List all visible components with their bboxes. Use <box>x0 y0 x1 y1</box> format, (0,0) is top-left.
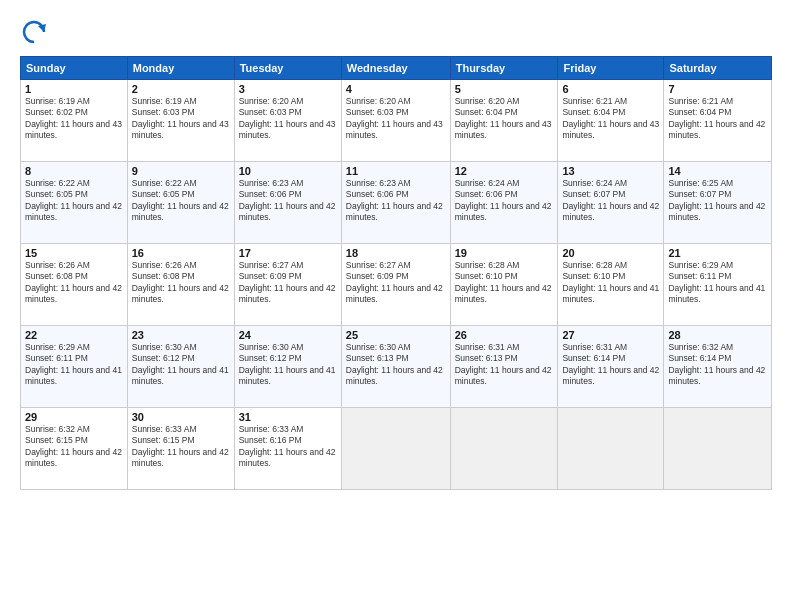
calendar-cell: 1 Sunrise: 6:19 AMSunset: 6:02 PMDayligh… <box>21 80 128 162</box>
day-number: 8 <box>25 165 123 177</box>
day-number: 18 <box>346 247 446 259</box>
day-number: 28 <box>668 329 767 341</box>
day-detail: Sunrise: 6:20 AMSunset: 6:03 PMDaylight:… <box>239 96 337 142</box>
day-number: 20 <box>562 247 659 259</box>
calendar-cell: 22 Sunrise: 6:29 AMSunset: 6:11 PMDaylig… <box>21 326 128 408</box>
day-number: 9 <box>132 165 230 177</box>
calendar-week-2: 8 Sunrise: 6:22 AMSunset: 6:05 PMDayligh… <box>21 162 772 244</box>
calendar-cell <box>558 408 664 490</box>
day-number: 4 <box>346 83 446 95</box>
day-number: 17 <box>239 247 337 259</box>
calendar-cell: 4 Sunrise: 6:20 AMSunset: 6:03 PMDayligh… <box>341 80 450 162</box>
calendar-header-row: SundayMondayTuesdayWednesdayThursdayFrid… <box>21 57 772 80</box>
calendar-cell: 19 Sunrise: 6:28 AMSunset: 6:10 PMDaylig… <box>450 244 558 326</box>
day-detail: Sunrise: 6:33 AMSunset: 6:15 PMDaylight:… <box>132 424 230 470</box>
day-number: 15 <box>25 247 123 259</box>
calendar-header-saturday: Saturday <box>664 57 772 80</box>
calendar-cell <box>341 408 450 490</box>
calendar-header-sunday: Sunday <box>21 57 128 80</box>
calendar-week-3: 15 Sunrise: 6:26 AMSunset: 6:08 PMDaylig… <box>21 244 772 326</box>
calendar-cell <box>664 408 772 490</box>
day-number: 3 <box>239 83 337 95</box>
day-detail: Sunrise: 6:31 AMSunset: 6:13 PMDaylight:… <box>455 342 554 388</box>
calendar-week-4: 22 Sunrise: 6:29 AMSunset: 6:11 PMDaylig… <box>21 326 772 408</box>
calendar-cell: 5 Sunrise: 6:20 AMSunset: 6:04 PMDayligh… <box>450 80 558 162</box>
day-detail: Sunrise: 6:30 AMSunset: 6:13 PMDaylight:… <box>346 342 446 388</box>
calendar-cell: 25 Sunrise: 6:30 AMSunset: 6:13 PMDaylig… <box>341 326 450 408</box>
calendar-cell: 27 Sunrise: 6:31 AMSunset: 6:14 PMDaylig… <box>558 326 664 408</box>
day-number: 2 <box>132 83 230 95</box>
day-detail: Sunrise: 6:27 AMSunset: 6:09 PMDaylight:… <box>346 260 446 306</box>
day-number: 14 <box>668 165 767 177</box>
day-number: 12 <box>455 165 554 177</box>
calendar-cell: 13 Sunrise: 6:24 AMSunset: 6:07 PMDaylig… <box>558 162 664 244</box>
logo <box>20 18 50 46</box>
day-number: 11 <box>346 165 446 177</box>
day-detail: Sunrise: 6:32 AMSunset: 6:14 PMDaylight:… <box>668 342 767 388</box>
day-number: 22 <box>25 329 123 341</box>
calendar-header-thursday: Thursday <box>450 57 558 80</box>
day-number: 30 <box>132 411 230 423</box>
calendar-cell: 8 Sunrise: 6:22 AMSunset: 6:05 PMDayligh… <box>21 162 128 244</box>
calendar-cell: 26 Sunrise: 6:31 AMSunset: 6:13 PMDaylig… <box>450 326 558 408</box>
calendar-table: SundayMondayTuesdayWednesdayThursdayFrid… <box>20 56 772 490</box>
day-detail: Sunrise: 6:30 AMSunset: 6:12 PMDaylight:… <box>132 342 230 388</box>
calendar-cell <box>450 408 558 490</box>
calendar-header-wednesday: Wednesday <box>341 57 450 80</box>
day-detail: Sunrise: 6:22 AMSunset: 6:05 PMDaylight:… <box>25 178 123 224</box>
day-number: 21 <box>668 247 767 259</box>
day-detail: Sunrise: 6:25 AMSunset: 6:07 PMDaylight:… <box>668 178 767 224</box>
day-detail: Sunrise: 6:28 AMSunset: 6:10 PMDaylight:… <box>455 260 554 306</box>
day-detail: Sunrise: 6:21 AMSunset: 6:04 PMDaylight:… <box>562 96 659 142</box>
calendar-header-tuesday: Tuesday <box>234 57 341 80</box>
calendar-cell: 2 Sunrise: 6:19 AMSunset: 6:03 PMDayligh… <box>127 80 234 162</box>
day-detail: Sunrise: 6:21 AMSunset: 6:04 PMDaylight:… <box>668 96 767 142</box>
calendar-cell: 16 Sunrise: 6:26 AMSunset: 6:08 PMDaylig… <box>127 244 234 326</box>
calendar-cell: 10 Sunrise: 6:23 AMSunset: 6:06 PMDaylig… <box>234 162 341 244</box>
day-number: 1 <box>25 83 123 95</box>
day-number: 23 <box>132 329 230 341</box>
day-detail: Sunrise: 6:29 AMSunset: 6:11 PMDaylight:… <box>668 260 767 306</box>
day-detail: Sunrise: 6:32 AMSunset: 6:15 PMDaylight:… <box>25 424 123 470</box>
calendar-cell: 24 Sunrise: 6:30 AMSunset: 6:12 PMDaylig… <box>234 326 341 408</box>
day-detail: Sunrise: 6:27 AMSunset: 6:09 PMDaylight:… <box>239 260 337 306</box>
day-detail: Sunrise: 6:20 AMSunset: 6:04 PMDaylight:… <box>455 96 554 142</box>
calendar-cell: 31 Sunrise: 6:33 AMSunset: 6:16 PMDaylig… <box>234 408 341 490</box>
calendar-cell: 28 Sunrise: 6:32 AMSunset: 6:14 PMDaylig… <box>664 326 772 408</box>
calendar-cell: 11 Sunrise: 6:23 AMSunset: 6:06 PMDaylig… <box>341 162 450 244</box>
day-detail: Sunrise: 6:26 AMSunset: 6:08 PMDaylight:… <box>132 260 230 306</box>
calendar-week-5: 29 Sunrise: 6:32 AMSunset: 6:15 PMDaylig… <box>21 408 772 490</box>
day-detail: Sunrise: 6:19 AMSunset: 6:03 PMDaylight:… <box>132 96 230 142</box>
calendar-cell: 23 Sunrise: 6:30 AMSunset: 6:12 PMDaylig… <box>127 326 234 408</box>
day-number: 5 <box>455 83 554 95</box>
day-detail: Sunrise: 6:29 AMSunset: 6:11 PMDaylight:… <box>25 342 123 388</box>
day-number: 27 <box>562 329 659 341</box>
calendar-cell: 17 Sunrise: 6:27 AMSunset: 6:09 PMDaylig… <box>234 244 341 326</box>
calendar-cell: 9 Sunrise: 6:22 AMSunset: 6:05 PMDayligh… <box>127 162 234 244</box>
day-detail: Sunrise: 6:26 AMSunset: 6:08 PMDaylight:… <box>25 260 123 306</box>
calendar-header-monday: Monday <box>127 57 234 80</box>
day-detail: Sunrise: 6:23 AMSunset: 6:06 PMDaylight:… <box>239 178 337 224</box>
calendar-cell: 21 Sunrise: 6:29 AMSunset: 6:11 PMDaylig… <box>664 244 772 326</box>
calendar-cell: 12 Sunrise: 6:24 AMSunset: 6:06 PMDaylig… <box>450 162 558 244</box>
calendar-cell: 30 Sunrise: 6:33 AMSunset: 6:15 PMDaylig… <box>127 408 234 490</box>
day-number: 6 <box>562 83 659 95</box>
calendar-cell: 15 Sunrise: 6:26 AMSunset: 6:08 PMDaylig… <box>21 244 128 326</box>
calendar-cell: 6 Sunrise: 6:21 AMSunset: 6:04 PMDayligh… <box>558 80 664 162</box>
day-detail: Sunrise: 6:31 AMSunset: 6:14 PMDaylight:… <box>562 342 659 388</box>
calendar-week-1: 1 Sunrise: 6:19 AMSunset: 6:02 PMDayligh… <box>21 80 772 162</box>
calendar-cell: 18 Sunrise: 6:27 AMSunset: 6:09 PMDaylig… <box>341 244 450 326</box>
calendar-cell: 14 Sunrise: 6:25 AMSunset: 6:07 PMDaylig… <box>664 162 772 244</box>
day-number: 26 <box>455 329 554 341</box>
calendar-cell: 20 Sunrise: 6:28 AMSunset: 6:10 PMDaylig… <box>558 244 664 326</box>
day-number: 31 <box>239 411 337 423</box>
page: SundayMondayTuesdayWednesdayThursdayFrid… <box>0 0 792 612</box>
day-detail: Sunrise: 6:19 AMSunset: 6:02 PMDaylight:… <box>25 96 123 142</box>
day-number: 16 <box>132 247 230 259</box>
day-detail: Sunrise: 6:30 AMSunset: 6:12 PMDaylight:… <box>239 342 337 388</box>
day-number: 7 <box>668 83 767 95</box>
day-number: 24 <box>239 329 337 341</box>
day-number: 13 <box>562 165 659 177</box>
calendar-cell: 3 Sunrise: 6:20 AMSunset: 6:03 PMDayligh… <box>234 80 341 162</box>
day-detail: Sunrise: 6:33 AMSunset: 6:16 PMDaylight:… <box>239 424 337 470</box>
